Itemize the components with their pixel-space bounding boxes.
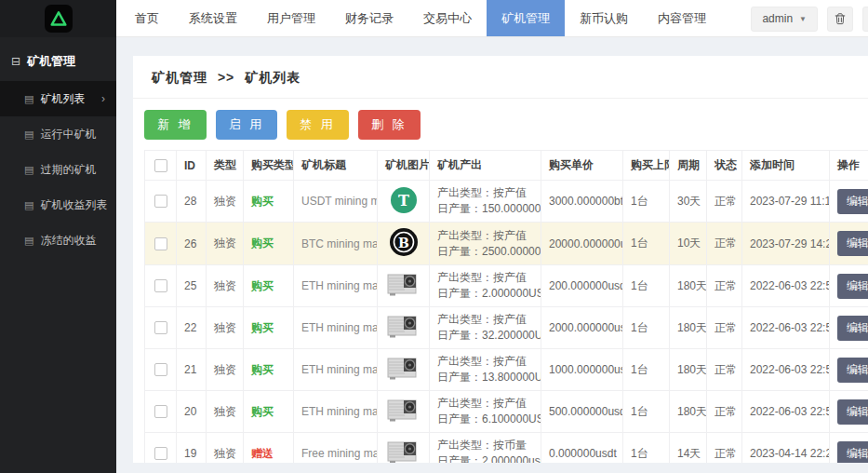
content-card: 矿机管理 >> 矿机列表 新 增启 用禁 用删 除 ID类型购买类型矿机标题矿机… <box>133 56 868 463</box>
cell-added-time: 2022-06-03 22:53:30 <box>742 307 830 349</box>
column-header: 周期 <box>670 151 707 181</box>
edit-button[interactable]: 编辑 <box>837 399 868 425</box>
table-row: 25独资购买ETH mining machine 产出类型：按产值日产量：2.0… <box>145 265 868 307</box>
table-row: 19独资赠送Free mining machine 产出类型：按币量日产量：2.… <box>145 433 868 464</box>
column-header: 类型 <box>207 151 244 181</box>
cell-buy-type: 购买 <box>244 349 294 391</box>
sidebar-item[interactable]: ▤矿机列表› <box>0 81 116 116</box>
cell-type: 独资 <box>207 265 244 307</box>
sidebar-item[interactable]: ▤运行中矿机 <box>0 116 116 152</box>
cell-image <box>378 433 430 464</box>
cell-limit: 1台 <box>623 349 670 391</box>
nav-item[interactable]: 用户管理 <box>252 0 330 36</box>
row-checkbox-cell <box>145 181 177 223</box>
row-checkbox-cell <box>145 307 177 349</box>
sidebar-item[interactable]: ▤矿机收益列表 <box>0 187 116 223</box>
select-all-checkbox[interactable] <box>154 159 167 172</box>
output-daily: 日产量：6.100000USDT <box>437 412 533 427</box>
usdt-coin-icon: T <box>390 186 418 214</box>
cell-title: ETH mining machine 1st <box>294 391 378 433</box>
cell-image: T <box>378 181 430 223</box>
cell-price: 0.000000usdt <box>541 433 623 464</box>
row-checkbox[interactable] <box>154 237 167 250</box>
edit-button[interactable]: 编辑 <box>837 441 868 464</box>
cell-image <box>378 265 430 307</box>
cell-status: 正常 <box>707 307 742 349</box>
cell-status: 正常 <box>707 265 742 307</box>
trash-button[interactable] <box>827 7 853 32</box>
toolbar-button[interactable]: 新 增 <box>144 110 207 140</box>
row-checkbox[interactable] <box>154 405 167 418</box>
output-type: 产出类型：按币量 <box>437 438 533 453</box>
cell-id: 26 <box>177 223 207 265</box>
edit-button[interactable]: 编辑 <box>837 358 868 383</box>
admin-label: admin <box>762 12 793 25</box>
output-type: 产出类型：按产值 <box>437 185 533 201</box>
list-icon: ▤ <box>24 235 33 247</box>
sidebar-item[interactable]: ▤冻结的收益 <box>0 223 116 258</box>
cell-price: 200.000000usdt <box>541 265 623 307</box>
toolbar-button[interactable]: 禁 用 <box>287 110 349 140</box>
nav-item[interactable]: 新币认购 <box>565 0 643 36</box>
logout-button[interactable] <box>862 7 868 32</box>
cell-image <box>378 349 430 391</box>
table-header-row: ID类型购买类型矿机标题矿机图片矿机产出购买单价购买上限周期状态添加时间操作 <box>145 151 868 181</box>
sidebar-item-label: 运行中矿机 <box>40 127 96 142</box>
nav-item[interactable]: 财务记录 <box>330 0 408 36</box>
nav-item[interactable]: 内容管理 <box>643 0 721 36</box>
nav-item[interactable]: 系统设置 <box>174 0 252 36</box>
admin-dropdown[interactable]: admin ▼ <box>751 7 818 32</box>
app-logo[interactable] <box>45 5 73 33</box>
output-type: 产出类型：按产值 <box>437 270 533 286</box>
breadcrumb-parent[interactable]: 矿机管理 <box>152 70 207 85</box>
cell-image <box>378 391 430 433</box>
output-type: 产出类型：按产值 <box>437 354 533 370</box>
logo-area <box>0 0 116 37</box>
cell-price: 2000.000000usdt <box>541 307 623 349</box>
logo-a-icon <box>48 8 69 29</box>
nav-item[interactable]: 首页 <box>120 0 174 36</box>
edit-button[interactable]: 编辑 <box>837 231 868 256</box>
sidebar-group-label: 矿机管理 <box>27 53 75 70</box>
row-checkbox[interactable] <box>154 363 167 376</box>
breadcrumb: 矿机管理 >> 矿机列表 <box>133 56 868 99</box>
cell-limit: 1台 <box>623 265 670 307</box>
edit-button[interactable]: 编辑 <box>837 274 868 299</box>
cell-price: 500.000000usdt <box>541 391 623 433</box>
table-row: 28独资购买USDT mining machine T 产出类型：按产值日产量：… <box>145 181 868 223</box>
chevron-right-icon: › <box>101 92 105 105</box>
cell-output: 产出类型：按产值日产量：13.800000USDT <box>430 349 541 391</box>
cell-id: 28 <box>177 181 207 223</box>
edit-button[interactable]: 编辑 <box>837 189 868 214</box>
row-checkbox[interactable] <box>154 321 167 334</box>
edit-button[interactable]: 编辑 <box>837 316 868 341</box>
cell-type: 独资 <box>207 391 244 433</box>
nav-item[interactable]: 交易中心 <box>408 0 487 36</box>
column-header <box>145 151 177 181</box>
cell-cycle: 180天 <box>670 307 707 349</box>
cell-image: B <box>378 223 430 265</box>
cell-added-time: 2023-04-14 22:21:25 <box>742 433 830 464</box>
output-daily: 日产量：32.200000USDT <box>437 328 533 344</box>
toolbar-button[interactable]: 删 除 <box>358 110 421 140</box>
row-checkbox-cell <box>145 265 177 307</box>
row-checkbox[interactable] <box>154 279 167 292</box>
list-icon: ▤ <box>24 128 33 141</box>
cell-added-time: 2023-07-29 11:14:11 <box>742 181 830 223</box>
row-checkbox[interactable] <box>154 447 167 460</box>
cell-title: USDT mining machine <box>294 181 378 223</box>
cell-price: 1000.000000usdt <box>541 349 623 391</box>
column-header: 添加时间 <box>742 151 830 181</box>
toolbar-button[interactable]: 启 用 <box>216 110 278 140</box>
output-daily: 日产量：2.000000USDT <box>437 286 533 302</box>
column-header: 矿机图片 <box>378 151 430 181</box>
sidebar-group-title[interactable]: ⊟ 矿机管理 <box>0 37 116 81</box>
cell-cycle: 10天 <box>670 223 707 265</box>
sidebar-item[interactable]: ▤过期的矿机 <box>0 152 116 187</box>
row-checkbox[interactable] <box>154 195 167 208</box>
row-checkbox-cell <box>145 391 177 433</box>
miner-image <box>386 439 421 463</box>
cell-buy-type: 赠送 <box>244 433 294 464</box>
list-icon: ▤ <box>24 199 33 211</box>
nav-item[interactable]: 矿机管理 <box>487 0 565 36</box>
